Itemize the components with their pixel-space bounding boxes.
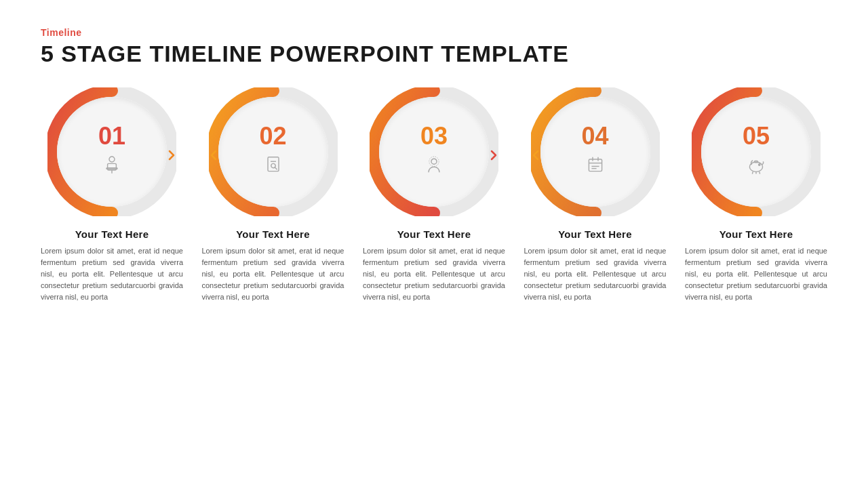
stage-3: 03 Your Text HereLorem ipsum dolor sit a… — [363, 87, 505, 303]
stage-1: 01 Your Text HereLorem ipsum dolor sit a… — [41, 87, 183, 303]
stage-4-text: Lorem ipsum dolor sit amet, erat id nequ… — [524, 245, 667, 303]
stage-4: 04 Your Text HereLorem ipsum dolor sit a… — [524, 87, 667, 303]
stage-2: 02 Your Text HereLorem ipsum dolor sit a… — [202, 87, 344, 303]
svg-line-25 — [760, 171, 760, 174]
stage-5-circle: 05 — [692, 87, 821, 216]
stage-2-inner: 02 — [218, 97, 328, 207]
stage-2-text: Lorem ipsum dolor sit amet, erat id nequ… — [202, 245, 344, 303]
stage-5-number: 05 — [743, 124, 770, 148]
stage-5: 05 Your Text HereLorem ipsum dolor sit a… — [685, 87, 827, 303]
header-title: 5 Stage Timeline Powerpoint Template — [41, 41, 827, 67]
stages-container: 01 Your Text HereLorem ipsum dolor sit a… — [41, 87, 827, 468]
stage-5-icon — [745, 154, 767, 180]
stage-2-number: 02 — [259, 124, 286, 148]
svg-point-12 — [429, 157, 439, 166]
svg-point-1 — [109, 157, 115, 162]
svg-point-11 — [431, 159, 437, 164]
stage-1-inner: 01 — [57, 97, 167, 207]
header: Timeline 5 Stage Timeline Powerpoint Tem… — [41, 27, 827, 67]
stage-3-number: 03 — [420, 124, 448, 148]
stage-4-title: Your Text Here — [558, 228, 632, 240]
stage-4-inner: 04 — [540, 97, 650, 207]
stage-4-circle: 04 — [531, 87, 660, 216]
svg-point-8 — [271, 163, 275, 167]
header-label: Timeline — [41, 27, 827, 38]
svg-rect-14 — [589, 159, 601, 171]
stage-5-text: Lorem ipsum dolor sit amet, erat id nequ… — [685, 245, 827, 303]
svg-rect-4 — [106, 167, 117, 169]
stage-3-circle: 03 — [370, 87, 498, 216]
stage-1-icon — [101, 154, 123, 180]
stage-2-circle: 02 — [209, 87, 338, 216]
stage-5-inner: 05 — [701, 97, 811, 207]
stage-4-number: 04 — [581, 124, 608, 148]
stage-3-text: Lorem ipsum dolor sit amet, erat id nequ… — [363, 245, 505, 303]
stage-3-icon — [423, 154, 445, 180]
stage-1-text: Lorem ipsum dolor sit amet, erat id nequ… — [41, 245, 183, 303]
stage-4-icon — [585, 154, 606, 180]
stage-1-number: 01 — [98, 124, 125, 148]
page: Timeline 5 Stage Timeline Powerpoint Tem… — [0, 0, 868, 488]
svg-point-22 — [759, 163, 760, 165]
stage-1-circle: 01 — [47, 87, 176, 216]
svg-line-9 — [275, 167, 277, 169]
stage-3-title: Your Text Here — [397, 228, 471, 240]
stage-5-title: Your Text Here — [719, 228, 793, 240]
stage-1-title: Your Text Here — [75, 228, 149, 240]
stage-2-icon — [262, 154, 284, 180]
svg-line-23 — [752, 171, 753, 174]
stage-3-inner: 03 — [379, 97, 489, 207]
stage-2-title: Your Text Here — [236, 228, 310, 240]
